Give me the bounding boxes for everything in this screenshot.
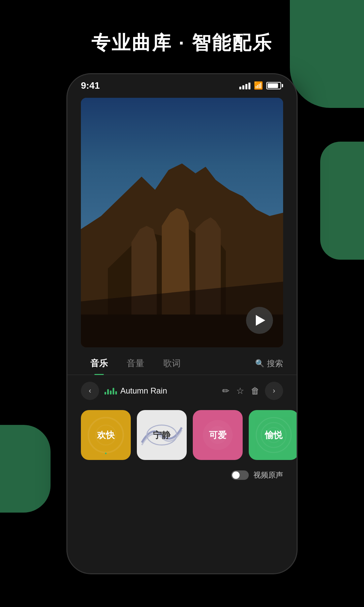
mood-label-calm: 宁静 bbox=[153, 429, 171, 441]
video-preview bbox=[81, 98, 283, 347]
favorite-icon[interactable]: ☆ bbox=[236, 386, 244, 396]
tab-lyrics[interactable]: 歌词 bbox=[154, 352, 190, 375]
signal-icon bbox=[239, 82, 250, 89]
search-icon: 🔍 bbox=[255, 359, 264, 368]
play-icon bbox=[256, 315, 265, 326]
tab-volume[interactable]: 音量 bbox=[117, 352, 154, 375]
delete-icon[interactable]: 🗑 bbox=[251, 386, 260, 396]
music-bars-icon bbox=[104, 387, 117, 395]
play-button[interactable] bbox=[246, 307, 273, 334]
next-icon: › bbox=[273, 386, 275, 395]
tab-music[interactable]: 音乐 bbox=[81, 352, 117, 375]
mood-label-joyful: 愉悦 bbox=[265, 429, 282, 441]
bottom-bar: 视频原声 bbox=[67, 463, 297, 490]
mood-card-cute[interactable]: 可爱 bbox=[193, 410, 243, 460]
mood-card-happy[interactable]: 欢快 bbox=[81, 410, 131, 460]
original-sound-toggle[interactable] bbox=[231, 470, 249, 480]
mood-card-joyful[interactable]: 愉悦 bbox=[249, 410, 297, 460]
track-bar: ‹ Autumn Rain ✏ ☆ 🗑 › bbox=[67, 375, 297, 407]
battery-icon bbox=[266, 82, 283, 89]
bg-decoration-bottom-left bbox=[0, 425, 51, 513]
original-sound-label: 视频原声 bbox=[253, 470, 283, 480]
status-bar: 9:41 📶 bbox=[67, 74, 297, 94]
next-track-button[interactable]: › bbox=[265, 382, 283, 400]
mood-label-happy: 欢快 bbox=[97, 429, 115, 441]
toggle-knob bbox=[232, 471, 240, 479]
bg-decoration-right-mid bbox=[320, 142, 364, 260]
search-button[interactable]: 🔍 搜索 bbox=[255, 358, 283, 369]
prev-icon: ‹ bbox=[89, 386, 91, 395]
tab-bar: 音乐 音量 歌词 🔍 搜索 bbox=[67, 352, 297, 375]
track-name: Autumn Rain bbox=[120, 386, 167, 396]
mood-label-cute: 可爱 bbox=[209, 429, 226, 441]
phone-frame: 9:41 📶 bbox=[67, 74, 297, 573]
edit-icon[interactable]: ✏ bbox=[222, 386, 230, 396]
tagline: 专业曲库 · 智能配乐 bbox=[0, 30, 364, 56]
mood-card-calm[interactable]: 宁静 bbox=[137, 410, 187, 460]
status-icons: 📶 bbox=[239, 81, 283, 90]
mood-cards-container: 欢快 宁静 可爱 bbox=[67, 407, 297, 463]
prev-track-button[interactable]: ‹ bbox=[81, 382, 99, 400]
status-time: 9:41 bbox=[81, 80, 100, 91]
track-info: Autumn Rain bbox=[104, 386, 217, 396]
wifi-icon: 📶 bbox=[254, 81, 263, 90]
track-actions: ✏ ☆ 🗑 bbox=[222, 386, 260, 396]
